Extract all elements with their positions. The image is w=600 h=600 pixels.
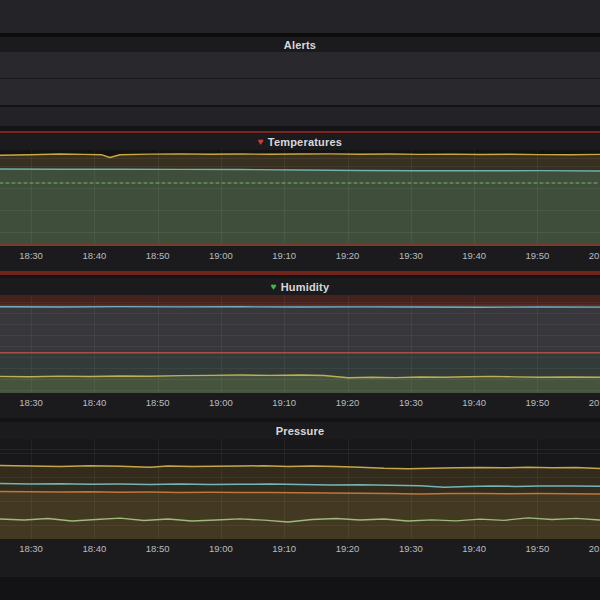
alerts-panel-title: Alerts [284, 39, 316, 51]
time-axis-label: 19:30 [399, 250, 423, 261]
alerts-panel-header[interactable]: Alerts [0, 37, 600, 52]
time-axis-label: 19:50 [526, 250, 550, 261]
temperatures-panel-header[interactable]: ♥ Temperatures [0, 133, 600, 150]
time-axis-label: 19:10 [272, 397, 296, 408]
time-axis-label: 20:00 [589, 397, 600, 408]
humidity-panel: ♥ Humidity 18:3018:4018:5019:0019:1019:2… [0, 278, 600, 418]
time-axis-label: 18:40 [82, 250, 106, 261]
time-axis-label: 19:40 [462, 543, 486, 554]
time-axis-label: 20:00 [589, 543, 600, 554]
time-axis-label: 18:50 [146, 250, 170, 261]
time-axis-label: 19:20 [336, 397, 360, 408]
temperatures-chart[interactable] [0, 150, 600, 246]
time-axis-label: 19:20 [336, 250, 360, 261]
time-axis-label: 18:40 [82, 543, 106, 554]
humidity-time-axis: 18:3018:4018:5019:0019:1019:2019:3019:40… [0, 393, 600, 412]
time-axis-label: 19:30 [399, 543, 423, 554]
pressure-panel-title: Pressure [276, 425, 325, 437]
time-axis-label: 19:10 [272, 250, 296, 261]
alert-heart-icon: ♥ [258, 137, 264, 147]
pressure-chart[interactable] [0, 439, 600, 539]
humidity-panel-title: Humidity [281, 281, 330, 293]
alert-list-item[interactable] [0, 52, 600, 79]
time-axis-label: 18:50 [146, 543, 170, 554]
pressure-panel-header[interactable]: Pressure [0, 422, 600, 439]
alert-list-item[interactable] [0, 79, 600, 107]
temperatures-time-axis: 18:3018:4018:5019:0019:1019:2019:3019:40… [0, 246, 600, 265]
time-axis-label: 19:20 [336, 543, 360, 554]
time-axis-label: 20:00 [589, 250, 600, 261]
humidity-chart[interactable] [0, 295, 600, 393]
alert-heart-icon: ♥ [271, 282, 277, 292]
temperatures-panel-title: Temperatures [268, 136, 342, 148]
time-axis-label: 18:30 [19, 543, 43, 554]
time-axis-label: 19:50 [526, 543, 550, 554]
humidity-panel-header[interactable]: ♥ Humidity [0, 278, 600, 295]
time-axis-label: 19:00 [209, 250, 233, 261]
pressure-panel: Pressure 18:3018:4018:5019:0019:1019:201… [0, 422, 600, 577]
time-axis-label: 18:30 [19, 397, 43, 408]
pressure-time-axis: 18:3018:4018:5019:0019:1019:2019:3019:40… [0, 539, 600, 558]
time-axis-label: 18:40 [82, 397, 106, 408]
time-axis-label: 18:50 [146, 397, 170, 408]
time-axis-label: 19:40 [462, 250, 486, 261]
panel-footer [0, 558, 600, 577]
alerts-list [0, 52, 600, 126]
time-axis-label: 19:00 [209, 397, 233, 408]
time-axis-label: 18:30 [19, 250, 43, 261]
temperatures-panel: ♥ Temperatures 18:3018:4018:5019:0019:10… [0, 131, 600, 275]
time-axis-label: 19:10 [272, 543, 296, 554]
panel-footer [0, 265, 600, 271]
time-axis-label: 19:00 [209, 543, 233, 554]
top-nav-bar [0, 0, 600, 37]
alert-list-item[interactable] [0, 107, 600, 126]
time-axis-label: 19:30 [399, 397, 423, 408]
time-axis-label: 19:50 [526, 397, 550, 408]
time-axis-label: 19:40 [462, 397, 486, 408]
